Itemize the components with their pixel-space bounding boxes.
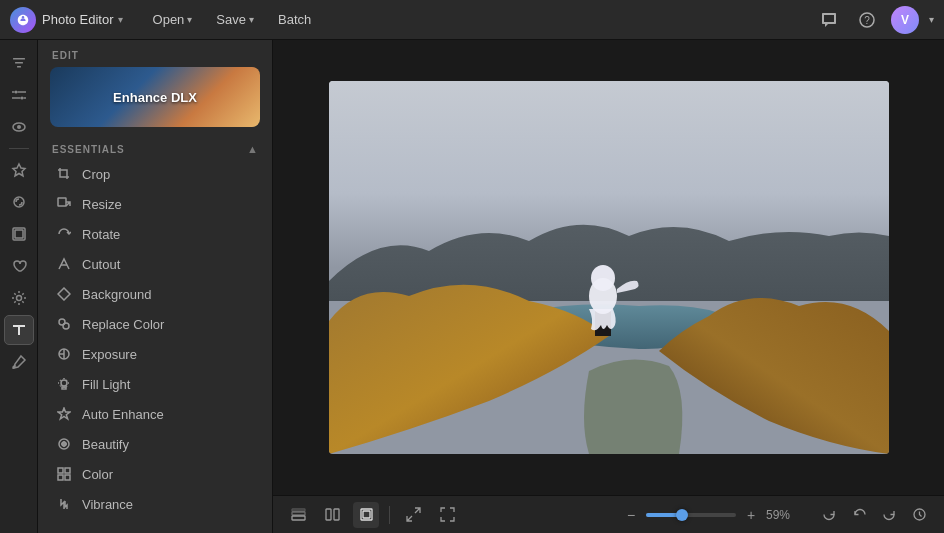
app-logo bbox=[10, 7, 36, 33]
avatar-chevron[interactable]: ▾ bbox=[929, 14, 934, 25]
svg-rect-41 bbox=[363, 511, 370, 518]
tool-vibrance[interactable]: Vibrance bbox=[42, 489, 268, 519]
svg-text:?: ? bbox=[864, 15, 870, 26]
essentials-label: ESSENTIALS bbox=[52, 144, 125, 155]
batch-button[interactable]: Batch bbox=[268, 8, 321, 31]
tool-color[interactable]: Color bbox=[42, 459, 268, 489]
tool-crop[interactable]: Crop bbox=[42, 159, 268, 189]
rail-item-filters[interactable] bbox=[4, 48, 34, 78]
expand-icon[interactable] bbox=[400, 502, 426, 528]
tool-exposure[interactable]: Exposure bbox=[42, 339, 268, 369]
save-menu-button[interactable]: Save ▾ bbox=[206, 8, 264, 31]
enhance-card-label: Enhance DLX bbox=[113, 90, 197, 105]
fill-light-icon bbox=[56, 376, 72, 392]
rail-item-text[interactable] bbox=[4, 315, 34, 345]
essentials-header: ESSENTIALS ▲ bbox=[38, 137, 272, 159]
app-title: Photo Editor bbox=[42, 12, 114, 27]
bottom-right-icons bbox=[816, 502, 932, 528]
undo-icon[interactable] bbox=[846, 502, 872, 528]
svg-rect-27 bbox=[58, 468, 63, 473]
canvas-area: − + 59% bbox=[273, 40, 944, 533]
svg-rect-2 bbox=[13, 58, 25, 60]
color-icon bbox=[56, 466, 72, 482]
svg-rect-38 bbox=[326, 509, 331, 520]
svg-rect-36 bbox=[292, 512, 305, 515]
enhance-dlx-card[interactable]: Enhance DLX bbox=[50, 67, 260, 127]
svg-marker-13 bbox=[13, 164, 25, 176]
compare-icon[interactable] bbox=[319, 502, 345, 528]
vibrance-icon bbox=[56, 496, 72, 512]
rail-item-tune[interactable] bbox=[4, 80, 34, 110]
svg-point-17 bbox=[16, 296, 21, 301]
tool-background[interactable]: Background bbox=[42, 279, 268, 309]
tool-resize[interactable]: Resize bbox=[42, 189, 268, 219]
main: EDIT Enhance DLX ESSENTIALS ▲ Crop Resi bbox=[0, 40, 944, 533]
svg-point-22 bbox=[63, 323, 69, 329]
open-menu-button[interactable]: Open ▾ bbox=[143, 8, 203, 31]
svg-point-34 bbox=[591, 265, 615, 291]
svg-rect-37 bbox=[292, 509, 305, 511]
rail-divider-1 bbox=[9, 148, 29, 149]
icon-rail bbox=[0, 40, 38, 533]
rail-item-eye[interactable] bbox=[4, 112, 34, 142]
svg-point-24 bbox=[61, 380, 67, 386]
beautify-icon bbox=[56, 436, 72, 452]
svg-rect-35 bbox=[292, 516, 305, 520]
svg-rect-29 bbox=[58, 475, 63, 480]
canvas-container bbox=[273, 40, 944, 495]
rail-item-settings[interactable] bbox=[4, 283, 34, 313]
rail-item-star[interactable] bbox=[4, 155, 34, 185]
rotate-icon bbox=[56, 226, 72, 242]
bottom-bar: − + 59% bbox=[273, 495, 944, 533]
zoom-slider-thumb[interactable] bbox=[676, 509, 688, 521]
left-panel: EDIT Enhance DLX ESSENTIALS ▲ Crop Resi bbox=[38, 40, 273, 533]
photo-svg-landscape bbox=[329, 81, 889, 454]
tool-cutout[interactable]: Cutout bbox=[42, 249, 268, 279]
rail-item-brush[interactable] bbox=[4, 347, 34, 377]
essentials-collapse-chevron[interactable]: ▲ bbox=[247, 143, 258, 155]
svg-point-5 bbox=[14, 91, 17, 94]
zoom-in-button[interactable]: + bbox=[740, 504, 762, 526]
tool-auto-enhance[interactable]: Auto Enhance bbox=[42, 399, 268, 429]
tool-list: Crop Resize Rotate Cuto bbox=[38, 159, 272, 533]
svg-point-12 bbox=[17, 125, 21, 129]
background-icon bbox=[56, 286, 72, 302]
fullscreen-icon[interactable] bbox=[434, 502, 460, 528]
redo-icon[interactable] bbox=[876, 502, 902, 528]
layers-icon[interactable] bbox=[285, 502, 311, 528]
fit-view-icon[interactable] bbox=[353, 502, 379, 528]
crop-icon bbox=[56, 166, 72, 182]
zoom-percent: 59% bbox=[766, 508, 802, 522]
tool-replace-color[interactable]: Replace Color bbox=[42, 309, 268, 339]
svg-marker-20 bbox=[58, 288, 70, 300]
app-title-chevron: ▾ bbox=[118, 14, 123, 25]
svg-rect-16 bbox=[15, 230, 23, 238]
app-title-group[interactable]: Photo Editor ▾ bbox=[42, 12, 123, 27]
svg-rect-30 bbox=[65, 475, 70, 480]
zoom-controls: − + 59% bbox=[620, 504, 802, 526]
bottom-sep-1 bbox=[389, 506, 390, 524]
photo-frame[interactable] bbox=[329, 81, 889, 454]
help-icon[interactable]: ? bbox=[853, 6, 881, 34]
zoom-slider[interactable] bbox=[646, 513, 736, 517]
zoom-out-button[interactable]: − bbox=[620, 504, 642, 526]
rotate-cw-icon[interactable] bbox=[816, 502, 842, 528]
photo-image bbox=[329, 81, 889, 454]
tool-beautify[interactable]: Beautify bbox=[42, 429, 268, 459]
rail-item-frame[interactable] bbox=[4, 219, 34, 249]
rail-item-heart[interactable] bbox=[4, 251, 34, 281]
exposure-icon bbox=[56, 346, 72, 362]
svg-rect-18 bbox=[58, 198, 66, 206]
history-icon[interactable] bbox=[906, 502, 932, 528]
svg-rect-3 bbox=[15, 62, 23, 64]
tool-rotate[interactable]: Rotate bbox=[42, 219, 268, 249]
rail-item-effects[interactable] bbox=[4, 187, 34, 217]
avatar[interactable]: V bbox=[891, 6, 919, 34]
chat-icon[interactable] bbox=[815, 6, 843, 34]
tool-fill-light[interactable]: Fill Light bbox=[42, 369, 268, 399]
replace-color-icon bbox=[56, 316, 72, 332]
svg-rect-4 bbox=[17, 66, 21, 68]
svg-point-8 bbox=[20, 97, 23, 100]
topbar: Photo Editor ▾ Open ▾ Save ▾ Batch ? V ▾ bbox=[0, 0, 944, 40]
cutout-icon bbox=[56, 256, 72, 272]
